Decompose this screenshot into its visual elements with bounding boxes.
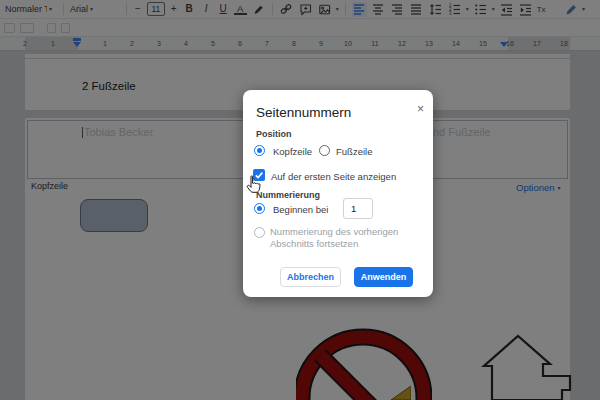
radio-header-label[interactable]: Kopfzeile <box>273 146 312 157</box>
numbering-section-label: Nummerierung <box>256 190 320 200</box>
apply-button[interactable]: Anwenden <box>354 267 413 287</box>
begin-at-input[interactable] <box>343 198 373 219</box>
pointer-hand-cursor <box>246 175 262 194</box>
radio-footer-label[interactable]: Fußzeile <box>336 146 372 157</box>
position-section-label: Position <box>256 129 292 139</box>
close-icon[interactable]: × <box>417 103 424 115</box>
radio-begin-at[interactable] <box>254 203 265 214</box>
radio-continue-previous <box>254 227 265 238</box>
show-on-first-page-label[interactable]: Auf der ersten Seite anzeigen <box>271 171 396 182</box>
continue-previous-label: Nummerierung des vorherigen Abschnitts f… <box>270 226 440 249</box>
radio-footer[interactable] <box>319 145 330 156</box>
dialog-title: Seitennummern <box>256 105 351 120</box>
radio-header[interactable] <box>254 145 265 156</box>
page-numbers-dialog: Seitennummern × Position Kopfzeile Fußze… <box>243 90 433 297</box>
cancel-button[interactable]: Abbrechen <box>280 267 341 287</box>
google-docs-window: Normaler T... ▾ Arial ▾ − 11 + B I U A <box>0 0 600 400</box>
begin-at-label[interactable]: Beginnen bei <box>273 204 328 215</box>
